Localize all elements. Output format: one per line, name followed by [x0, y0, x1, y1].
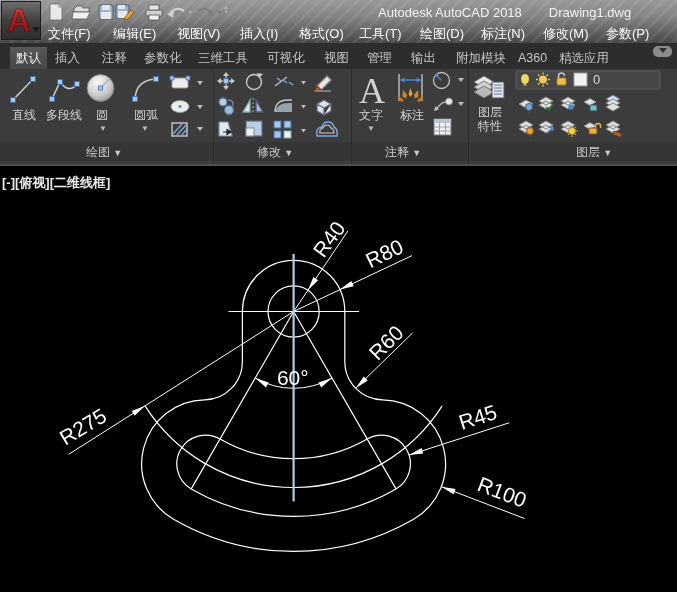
svg-text:R40: R40: [308, 217, 349, 262]
svg-text:R80: R80: [362, 234, 407, 272]
svg-text:60°: 60°: [277, 366, 309, 389]
svg-text:R275: R275: [55, 404, 110, 450]
svg-text:R60: R60: [364, 321, 408, 365]
svg-text:R100: R100: [475, 472, 530, 511]
svg-text:R45: R45: [456, 400, 500, 434]
